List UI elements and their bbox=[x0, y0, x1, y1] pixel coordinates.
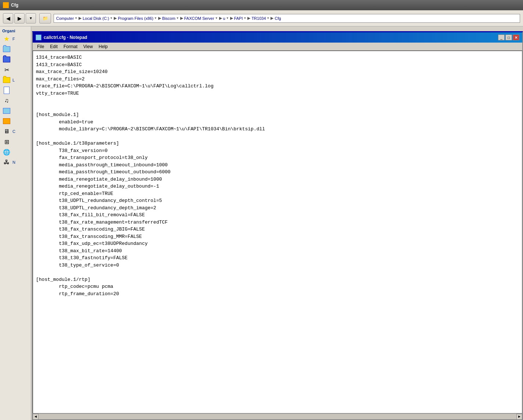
back-button[interactable]: ◀ bbox=[3, 13, 13, 23]
sidebar-item-computer[interactable]: 🖥 C bbox=[1, 126, 29, 137]
notepad-menubar: File Edit Format View Help bbox=[33, 43, 522, 51]
star-icon: ★ bbox=[2, 35, 11, 43]
sidebar-item-library[interactable]: L bbox=[1, 75, 29, 85]
folder-icon: 📁 bbox=[43, 16, 48, 21]
folder-icon2 bbox=[2, 56, 11, 63]
arrow-icon: ▼ bbox=[215, 17, 218, 20]
address-part-faxcom[interactable]: FAXCOM Server ▼ bbox=[184, 16, 218, 21]
maximize-button[interactable]: □ bbox=[505, 35, 512, 40]
scroll-track[interactable] bbox=[39, 414, 516, 419]
sidebar-item-docs[interactable] bbox=[1, 85, 29, 95]
explorer-sidebar: Organi ★ F ✂ L bbox=[0, 26, 31, 420]
horizontal-scrollbar[interactable]: ◀ ▶ bbox=[33, 413, 522, 419]
sidebar-item-snippet[interactable]: ✂ bbox=[1, 65, 29, 75]
sidebar-item-music[interactable]: ♫ bbox=[1, 95, 29, 106]
notepad-text-area[interactable]: 1314_trace=BASIC 1413_trace=BASIC max_tr… bbox=[33, 51, 522, 413]
images-icon bbox=[2, 107, 11, 115]
address-part-programfiles[interactable]: Program Files (x86) ▼ bbox=[118, 16, 157, 21]
address-bar[interactable]: Computer ▼ ▶ Local Disk (C:) ▼ ▶ Program… bbox=[54, 14, 520, 23]
minimize-button[interactable]: _ bbox=[498, 35, 505, 40]
sidebar-library-label: L bbox=[12, 78, 15, 82]
address-part-biscom[interactable]: Biscom ▼ bbox=[162, 16, 179, 21]
menu-edit[interactable]: Edit bbox=[47, 43, 61, 50]
explorer-titlebar-icon bbox=[3, 2, 9, 8]
arrow-icon: ▼ bbox=[267, 17, 270, 20]
sidebar-item-video[interactable] bbox=[1, 116, 29, 126]
forward-button[interactable]: ▶ bbox=[14, 13, 25, 23]
explorer-addressbar: ◀ ▶ ▼ 📁 Computer ▼ ▶ Local Disk (C:) ▼ ▶… bbox=[0, 10, 523, 26]
address-part-localdisk[interactable]: Local Disk (C:) ▼ bbox=[83, 16, 113, 21]
address-part-computer[interactable]: Computer ▼ bbox=[56, 16, 77, 21]
menu-help[interactable]: Help bbox=[96, 43, 111, 50]
notepad-titlebar: callctrl.cfg - Notepad _ □ ✕ bbox=[33, 32, 522, 43]
sidebar-item-windows[interactable]: ⊞ bbox=[1, 137, 29, 147]
docs-icon bbox=[2, 87, 11, 94]
sidebar-favorites-label: F bbox=[12, 37, 15, 41]
video-icon bbox=[2, 117, 11, 125]
titlebar-buttons: _ □ ✕ bbox=[498, 35, 519, 40]
explorer-title-text: Cfg bbox=[11, 3, 18, 8]
sidebar-item-favorites[interactable]: ★ F bbox=[1, 34, 29, 44]
sidebar-item-images[interactable] bbox=[1, 106, 29, 116]
menu-format[interactable]: Format bbox=[61, 43, 80, 50]
folder-blue-icon bbox=[2, 46, 11, 53]
sidebar-item-network[interactable]: 🖧 N bbox=[1, 157, 29, 167]
sidebar-computer-label: C bbox=[12, 129, 15, 134]
address-part-cfg[interactable]: Cfg bbox=[275, 16, 281, 21]
close-button[interactable]: ✕ bbox=[513, 35, 519, 40]
scroll-right-button[interactable]: ▶ bbox=[516, 414, 522, 420]
dropdown-button[interactable]: ▼ bbox=[26, 13, 36, 23]
explorer-titlebar: Cfg bbox=[0, 0, 523, 10]
menu-file[interactable]: File bbox=[34, 43, 47, 50]
sidebar-item-network-folder[interactable]: 🌐 bbox=[1, 147, 29, 157]
arrow-icon: ▼ bbox=[226, 17, 229, 20]
up-button[interactable]: 📁 bbox=[39, 13, 51, 23]
notepad-icon bbox=[36, 35, 41, 40]
snippet-icon: ✂ bbox=[2, 66, 11, 73]
address-part-tr1034[interactable]: TR1034 ▼ bbox=[251, 16, 269, 21]
address-part-fapi[interactable]: FAPI ▼ bbox=[234, 16, 247, 21]
address-part-u[interactable]: u ▼ bbox=[223, 16, 229, 21]
arrow-icon: ▼ bbox=[75, 17, 77, 20]
library-icon bbox=[2, 76, 11, 84]
sidebar-network-label: N bbox=[12, 160, 15, 164]
music-icon: ♫ bbox=[2, 97, 11, 104]
windows-icon: ⊞ bbox=[2, 138, 11, 145]
menu-view[interactable]: View bbox=[80, 43, 96, 50]
arrow-icon: ▼ bbox=[176, 17, 179, 20]
organize-label: Organi bbox=[1, 28, 29, 34]
network-icon: 🖧 bbox=[2, 159, 11, 166]
arrow-icon: ▼ bbox=[154, 17, 157, 20]
notepad-window: callctrl.cfg - Notepad _ □ ✕ File Edit F… bbox=[32, 31, 523, 420]
network-folder-icon: 🌐 bbox=[2, 148, 11, 156]
sidebar-item-folder1[interactable] bbox=[1, 44, 29, 54]
scroll-left-button[interactable]: ◀ bbox=[33, 414, 39, 420]
computer-icon: 🖥 bbox=[2, 128, 11, 135]
arrow-icon: ▼ bbox=[110, 17, 113, 20]
sidebar-item-folder2[interactable] bbox=[1, 54, 29, 65]
arrow-icon: ▼ bbox=[243, 17, 246, 20]
notepad-title: callctrl.cfg - Notepad bbox=[44, 35, 498, 40]
